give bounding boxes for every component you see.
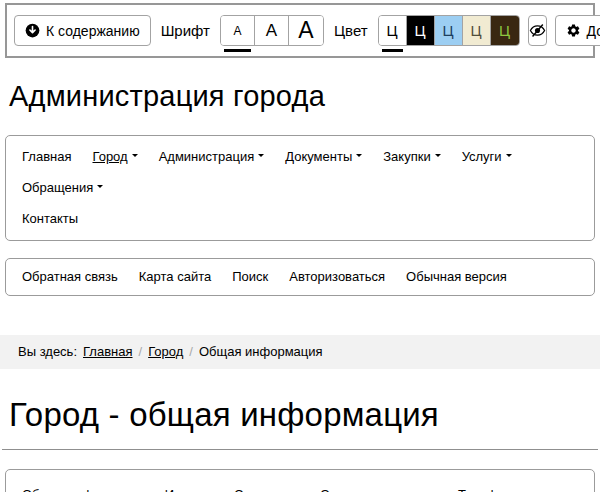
tab-telefony-doveriya[interactable]: Телефоны доверия [458, 487, 575, 492]
nav-item-gorod-label: Город [92, 149, 127, 164]
more-settings-label: Дополнительно [587, 23, 600, 39]
to-content-button[interactable]: К содержанию [14, 15, 151, 46]
color-scheme-black-button[interactable]: Ц [407, 16, 435, 45]
gear-icon [566, 23, 581, 38]
font-label: Шрифт [159, 22, 212, 39]
nav-item-obrashcheniya[interactable]: Обращения [22, 181, 103, 195]
section-tabs: Общая информация История Символика Экстр… [5, 469, 595, 492]
breadcrumb-separator: / [189, 344, 193, 359]
nav-item-administraciya[interactable]: Администрация [159, 150, 265, 164]
font-size-group: A A A [220, 15, 324, 46]
speech-toggle-button[interactable] [528, 15, 547, 46]
breadcrumb-link-glavnaya[interactable]: Главная [83, 344, 132, 359]
nav-item-gorod[interactable]: Город [92, 150, 137, 164]
color-label: Цвет [332, 22, 370, 39]
nav-item-kontakty-wrap: Контакты [22, 212, 578, 226]
to-content-label: К содержанию [46, 23, 140, 39]
font-size-medium-button[interactable]: A [255, 16, 289, 45]
color-scheme-brown-button[interactable]: Ц [491, 16, 519, 45]
breadcrumb-link-gorod[interactable]: Город [148, 344, 183, 359]
chevron-down-icon [97, 185, 103, 191]
nav-item-obratnaya-svyaz[interactable]: Обратная связь [22, 270, 118, 284]
chevron-down-icon [132, 154, 138, 160]
nav-item-uslugi[interactable]: Услуги [462, 150, 512, 164]
divider [2, 449, 598, 450]
secondary-nav: Обратная связь Карта сайта Поиск Авториз… [5, 258, 595, 296]
chevron-down-icon [435, 154, 441, 160]
breadcrumb-prefix: Вы здесь: [18, 344, 77, 359]
more-settings-button[interactable]: Дополнительно [555, 15, 600, 46]
eye-slash-icon [529, 22, 546, 39]
nav-item-dokumenty[interactable]: Документы [285, 150, 362, 164]
nav-item-poisk[interactable]: Поиск [232, 270, 268, 284]
tab-ekstrennye-sluchai[interactable]: Экстренные случаи [320, 487, 439, 492]
nav-item-obrashcheniya-label: Обращения [22, 180, 93, 195]
nav-item-zakupki-label: Закупки [383, 149, 430, 164]
tab-simvolika[interactable]: Символика [234, 487, 301, 492]
nav-item-kontakty[interactable]: Контакты [22, 211, 78, 226]
page-title: Город - общая информация [9, 396, 600, 434]
color-scheme-white-button[interactable]: Ц [379, 16, 407, 45]
tab-obshchaya-informaciya[interactable]: Общая информация [22, 487, 146, 492]
arrow-circle-down-icon [25, 23, 40, 38]
nav-item-karta-sajta[interactable]: Карта сайта [139, 270, 211, 284]
nav-item-glavnaya[interactable]: Главная [22, 150, 71, 164]
font-size-large-button[interactable]: A [289, 16, 323, 45]
chevron-down-icon [506, 154, 512, 160]
site-title: Администрация города [9, 80, 600, 113]
nav-item-obychnaya-versiya[interactable]: Обычная версия [406, 270, 507, 284]
nav-item-zakupki[interactable]: Закупки [383, 150, 440, 164]
chevron-down-icon [258, 154, 264, 160]
nav-item-dokumenty-label: Документы [285, 149, 352, 164]
breadcrumb: Вы здесь: Главная / Город / Общая информ… [0, 335, 600, 369]
color-scheme-blue-button[interactable]: Ц [435, 16, 463, 45]
main-nav: Главная Город Администрация Документы За… [5, 135, 595, 241]
tab-istoriya[interactable]: История [165, 487, 215, 492]
nav-item-uslugi-label: Услуги [462, 149, 502, 164]
chevron-down-icon [356, 154, 362, 160]
font-size-small-button[interactable]: A [221, 16, 255, 45]
nav-item-avtorizovatsya[interactable]: Авторизоваться [289, 270, 385, 284]
accessibility-toolbar: К содержанию Шрифт A A A Цвет Ц Ц Ц Ц Ц … [5, 3, 595, 58]
color-scheme-beige-button[interactable]: Ц [463, 16, 491, 45]
nav-item-administraciya-label: Администрация [159, 149, 255, 164]
breadcrumb-current: Общая информация [199, 344, 323, 359]
breadcrumb-separator: / [139, 344, 143, 359]
color-scheme-group: Ц Ц Ц Ц Ц [378, 15, 520, 46]
